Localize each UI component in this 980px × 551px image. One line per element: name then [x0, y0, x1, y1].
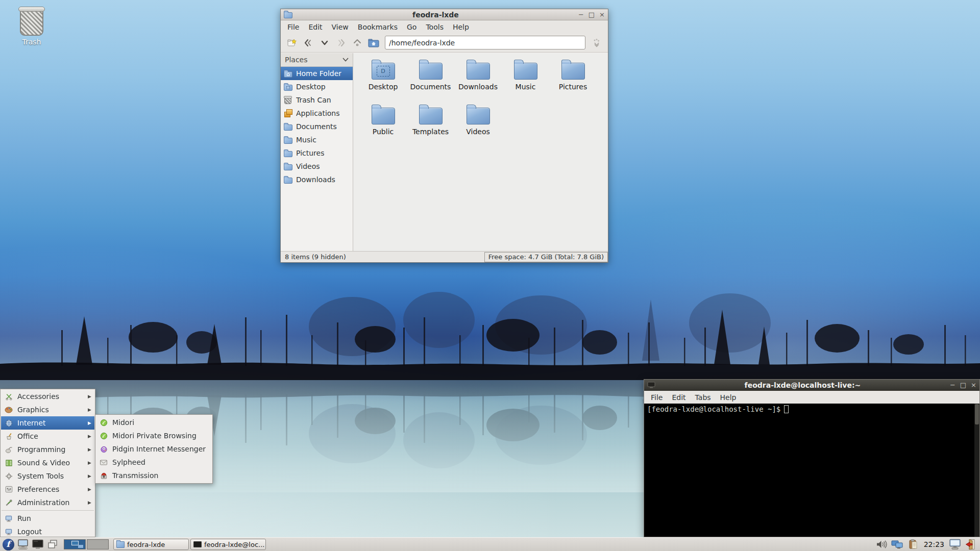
maximize-button[interactable]: □: [589, 11, 595, 18]
jump-to-path-button[interactable]: [590, 36, 604, 50]
sidebar-item-trash-can[interactable]: Trash Can: [281, 93, 353, 107]
workspace-pager[interactable]: [64, 539, 109, 549]
submenu-item-transmission[interactable]: Transmission: [96, 469, 212, 482]
task-button-file-manager[interactable]: feodra-lxde: [113, 539, 189, 550]
network-tray-icon[interactable]: [891, 538, 904, 551]
menu-item-label: Pidgin Internet Messenger: [112, 445, 210, 453]
logout-tray-icon[interactable]: [964, 538, 977, 551]
menu-edit[interactable]: Edit: [304, 21, 327, 33]
file-manager-titlebar[interactable]: feodra-lxde − □ ×: [281, 9, 608, 20]
menu-tools[interactable]: Tools: [421, 21, 448, 33]
task-button-terminal[interactable]: feodra-lxde@loc...: [190, 539, 266, 550]
submenu-arrow-icon: ▶: [88, 420, 92, 425]
submenu-item-sylpheed[interactable]: Sylpheed: [96, 456, 212, 469]
volume-tray-icon[interactable]: [875, 538, 888, 551]
clipboard-tray-icon[interactable]: [906, 538, 920, 551]
folder-icon: [372, 108, 395, 124]
folder-item-downloads[interactable]: Downloads: [454, 58, 502, 103]
file-view[interactable]: Desktop Documents Downloads Music Pictur…: [353, 53, 608, 251]
terminal-menubar: File Edit Tabs Help: [644, 391, 979, 404]
menu-edit[interactable]: Edit: [667, 392, 690, 403]
menu-item-run[interactable]: Run: [1, 512, 94, 525]
sound-video-icon: [4, 459, 13, 467]
menu-item-office[interactable]: Office ▶: [1, 430, 94, 443]
workspace-1[interactable]: [64, 539, 86, 549]
clock[interactable]: 22:23: [922, 540, 946, 548]
sidebar-item-downloads[interactable]: Downloads: [281, 173, 353, 186]
menu-item-accessories[interactable]: Accessories ▶: [1, 390, 94, 403]
menu-help[interactable]: Help: [716, 392, 741, 403]
sidebar-item-applications[interactable]: Applications: [281, 107, 353, 120]
folder-label: Pictures: [559, 83, 587, 91]
terminal-launcher[interactable]: [31, 538, 44, 551]
office-icon: [4, 432, 13, 440]
minimize-button[interactable]: −: [578, 11, 584, 18]
menu-go[interactable]: Go: [402, 21, 421, 33]
menu-item-sound-video[interactable]: Sound & Video ▶: [1, 456, 94, 469]
history-dropdown-button[interactable]: [317, 36, 332, 50]
up-button[interactable]: [350, 36, 364, 50]
submenu-item-pidgin[interactable]: Pidgin Internet Messenger: [96, 442, 212, 456]
desktop-icon-trash[interactable]: Trash: [13, 5, 50, 46]
folder-item-templates[interactable]: Templates: [407, 103, 454, 148]
forward-icon: [336, 39, 346, 47]
network-monitors-icon: [891, 540, 903, 549]
close-button[interactable]: ×: [599, 11, 605, 18]
path-input[interactable]: [385, 36, 585, 49]
minimize-button[interactable]: −: [950, 382, 955, 388]
sidebar-item-pictures[interactable]: Pictures: [281, 146, 353, 160]
folder-item-pictures[interactable]: Pictures: [549, 58, 597, 103]
show-desktop-launcher[interactable]: [16, 538, 30, 551]
new-tab-button[interactable]: [285, 36, 299, 50]
workspace-2[interactable]: [87, 539, 109, 549]
menu-help[interactable]: Help: [448, 21, 474, 33]
menu-item-logout[interactable]: Logout: [1, 525, 94, 538]
menu-file[interactable]: File: [646, 392, 667, 403]
menu-item-administration[interactable]: Administration ▶: [1, 496, 94, 509]
close-button[interactable]: ×: [971, 382, 976, 388]
menu-item-graphics[interactable]: Graphics ▶: [1, 403, 94, 416]
submenu-item-midori[interactable]: Midori: [96, 416, 212, 429]
folder-item-desktop[interactable]: Desktop: [359, 58, 407, 103]
window-title: feodra-lxde: [296, 11, 575, 19]
submenu-arrow-icon: ▶: [88, 460, 92, 465]
terminal-scrollbar[interactable]: [974, 404, 979, 537]
menu-item-label: Administration: [17, 498, 84, 507]
task-label: feodra-lxde: [127, 541, 165, 548]
terminal-titlebar[interactable]: feodra-lxde@localhost-live:~ − □ ×: [644, 380, 979, 391]
menu-bookmarks[interactable]: Bookmarks: [353, 21, 402, 33]
menu-item-system-tools[interactable]: System Tools ▶: [1, 469, 94, 483]
sidebar-item-desktop[interactable]: Desktop: [281, 80, 353, 93]
menu-item-programming[interactable]: Programming ▶: [1, 443, 94, 456]
places-header[interactable]: Places: [281, 53, 353, 67]
sidebar-item-videos[interactable]: Videos: [281, 160, 353, 173]
submenu-item-midori-private[interactable]: Midori Private Browsing: [96, 429, 212, 442]
folder-item-public[interactable]: Public: [359, 103, 407, 148]
start-menu-button[interactable]: [2, 538, 15, 551]
menu-tabs[interactable]: Tabs: [691, 392, 716, 403]
back-button[interactable]: [301, 36, 315, 50]
minimize-all-button[interactable]: [46, 538, 59, 551]
menu-file[interactable]: File: [283, 21, 304, 33]
sidebar-item-home-folder[interactable]: Home Folder: [281, 67, 353, 80]
lock-screen-tray-icon[interactable]: [948, 538, 962, 551]
folder-item-documents[interactable]: Documents: [407, 58, 454, 103]
file-manager-window: feodra-lxde − □ × File Edit View Bookmar…: [280, 9, 608, 263]
up-icon: [353, 39, 361, 47]
scrollbar-thumb[interactable]: [975, 404, 979, 424]
desktop-folder-icon: [284, 83, 293, 91]
menu-item-preferences[interactable]: Preferences ▶: [1, 483, 94, 496]
submenu-arrow-icon: ▶: [88, 434, 92, 439]
menu-item-internet[interactable]: Internet ▶: [1, 416, 94, 430]
menu-view[interactable]: View: [327, 21, 353, 33]
forward-button[interactable]: [334, 36, 348, 50]
folder-item-music[interactable]: Music: [502, 58, 549, 103]
logout-monitor-icon: [4, 528, 13, 536]
home-button[interactable]: [366, 36, 381, 50]
sidebar-item-music[interactable]: Music: [281, 133, 353, 146]
sidebar-item-documents[interactable]: Documents: [281, 120, 353, 133]
terminal-output[interactable]: [feodra-lxde@localhost-live ~]$: [644, 404, 979, 537]
folder-item-videos[interactable]: Videos: [454, 103, 502, 148]
iconify-windows-icon: [47, 539, 58, 549]
maximize-button[interactable]: □: [960, 382, 966, 388]
